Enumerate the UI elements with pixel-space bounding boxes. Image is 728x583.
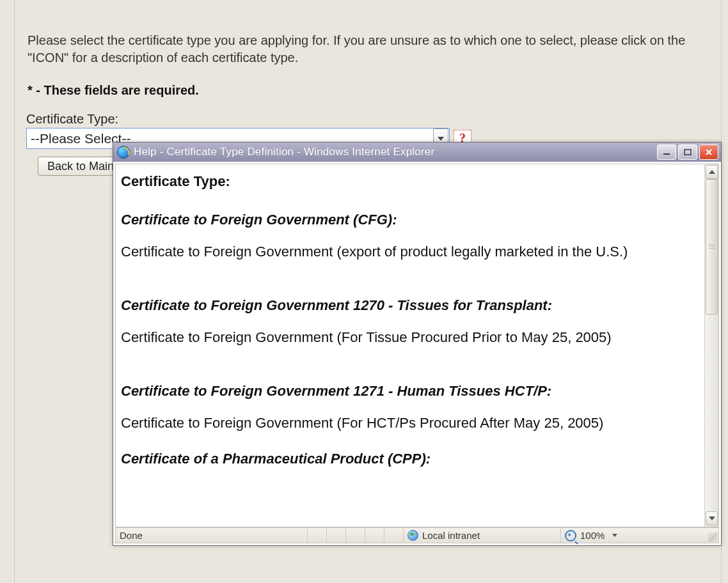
status-done: Done [116,528,308,543]
minimize-icon [663,149,670,155]
svg-rect-1 [684,150,691,155]
close-icon [705,149,713,155]
vertical-scrollbar[interactable] [704,164,718,527]
certificate-type-label: Certificate Type: [15,112,721,127]
maximize-button[interactable] [678,144,697,160]
arrow-up-icon [709,170,715,174]
magnifier-icon: + [565,530,576,541]
section-body: Certificate to Foreign Government (For H… [121,415,695,431]
required-fields-note: * - These fields are required. [15,72,721,98]
section-title: Certificate of a Pharmaceutical Product … [121,451,695,467]
close-button[interactable] [699,144,718,160]
section-title: Certificate to Foreign Government 1271 -… [121,383,695,400]
arrow-down-icon [709,517,715,520]
zone-label: Local intranet [422,530,480,541]
globe-icon [408,530,418,541]
back-to-main-button[interactable]: Back to Main [38,157,123,176]
scroll-down-button[interactable] [706,511,718,525]
section-title: Certificate to Foreign Government 1270 -… [121,297,695,314]
section-body: Certificate to Foreign Government (expor… [121,244,695,260]
zoom-control[interactable]: + 100% [561,528,718,543]
help-popup-window: Help - Certificate Type Definition - Win… [113,142,722,546]
status-segment [308,528,327,543]
ie-logo-icon [117,146,130,159]
instruction-text: Please select the certificate type you a… [15,0,721,66]
minimize-button[interactable] [657,144,676,160]
resize-grip-icon[interactable] [708,532,717,541]
status-segment [346,528,365,543]
scroll-thumb[interactable] [706,179,718,315]
status-segment [327,528,346,543]
status-segment [365,528,384,543]
chevron-down-icon [612,534,617,537]
section-body: Certificate to Foreign Government (For T… [121,329,695,346]
popup-content: Certificate Type: Certificate to Foreign… [116,164,704,527]
popup-title: Help - Certificate Type Definition - Win… [134,146,657,159]
security-zone[interactable]: Local intranet [404,528,561,543]
status-segment [384,528,404,543]
zoom-value: 100% [580,530,605,541]
chevron-down-icon [438,137,444,141]
popup-title-bar[interactable]: Help - Certificate Type Definition - Win… [113,143,721,162]
status-bar: Done Local intranet + 100% [115,527,719,543]
maximize-icon [684,149,692,155]
section-title: Certificate to Foreign Government (CFG): [121,212,695,228]
svg-rect-0 [663,153,670,155]
scroll-up-button[interactable] [706,165,718,179]
popup-heading: Certificate Type: [121,173,695,190]
